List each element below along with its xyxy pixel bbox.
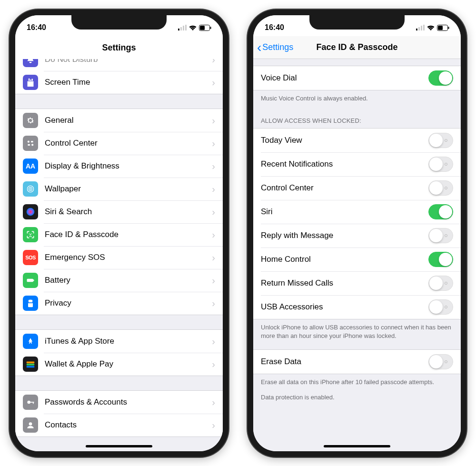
svg-rect-1	[180, 27, 182, 30]
settings-row-faceid[interactable]: Face ID & Passcode›	[15, 223, 223, 246]
battery-icon	[199, 25, 211, 31]
row-label: Privacy	[45, 298, 212, 308]
svg-rect-9	[31, 141, 33, 142]
settings-row-wallpaper[interactable]: Wallpaper›	[15, 178, 223, 200]
allow-row-today-view: Today View	[253, 129, 461, 152]
home-indicator[interactable]	[86, 445, 152, 447]
chevron-right-icon: ›	[212, 229, 215, 240]
chevron-right-icon: ›	[212, 184, 215, 195]
chevron-right-icon: ›	[212, 115, 215, 126]
passwords-icon	[23, 395, 38, 410]
settings-row-appstore[interactable]: iTunes & App Store›	[15, 330, 223, 353]
control-icon	[23, 136, 38, 151]
chevron-right-icon: ›	[212, 252, 215, 263]
settings-row-control[interactable]: Control Center›	[15, 132, 223, 155]
allow-row-home-control: Home Control	[253, 248, 461, 271]
settings-row-contacts[interactable]: Contacts›	[15, 414, 223, 436]
row-label: Control Center	[45, 139, 212, 148]
svg-point-14	[30, 188, 31, 190]
wallpaper-icon	[23, 181, 38, 197]
chevron-right-icon: ›	[212, 161, 215, 172]
settings-list[interactable]: Do Not Disturb›Screen Time›General›Contr…	[15, 59, 223, 451]
toggle-switch[interactable]	[428, 180, 453, 196]
chevron-right-icon: ›	[212, 420, 215, 431]
svg-rect-28	[418, 27, 420, 30]
svg-point-17	[31, 234, 32, 235]
settings-row-display[interactable]: AADisplay & Brightness›	[15, 155, 223, 178]
group-footer: Erase all data on this iPhone after 10 f…	[253, 374, 461, 388]
row-label: Siri	[261, 207, 428, 217]
settings-row-sos[interactable]: SOSEmergency SOS›	[15, 246, 223, 269]
svg-point-16	[29, 234, 30, 235]
settings-row-privacy[interactable]: Privacy›	[15, 292, 223, 315]
svg-rect-2	[183, 26, 184, 30]
row-label: Reply with Message	[261, 231, 428, 240]
toggle-switch[interactable]	[428, 252, 453, 267]
screen-right: 16:40 ‹ Settings Face ID & Passcode Voic…	[253, 15, 461, 451]
toggle-switch[interactable]	[428, 204, 453, 219]
settings-row-passwords[interactable]: Passwords & Accounts›	[15, 391, 223, 414]
row-label: Home Control	[261, 255, 428, 264]
row-label: Recent Notifications	[261, 159, 428, 169]
toggle-switch[interactable]	[428, 157, 453, 172]
row-label: Return Missed Calls	[261, 278, 428, 288]
toggle-switch[interactable]	[428, 354, 453, 369]
cell-signal-icon	[178, 25, 187, 30]
settings-row-screentime[interactable]: Screen Time›	[15, 71, 223, 94]
group-footer: Unlock iPhone to allow USB accessories t…	[253, 319, 461, 342]
group-footer: Data protection is enabled.	[253, 388, 461, 404]
svg-rect-33	[448, 27, 449, 29]
allow-row-reply-with-message: Reply with Message	[253, 224, 461, 248]
row-label: Face ID & Passcode	[45, 230, 212, 239]
notch	[309, 15, 405, 30]
faceid-icon	[23, 227, 38, 242]
display-icon: AA	[23, 159, 38, 174]
chevron-right-icon: ›	[212, 207, 215, 218]
dnd-icon	[23, 59, 38, 67]
svg-rect-21	[27, 364, 35, 366]
toggle-switch[interactable]	[428, 299, 453, 315]
chevron-right-icon: ›	[212, 359, 215, 370]
settings-row-general[interactable]: General›	[15, 109, 223, 132]
phone-left: 16:40 Settings Do Not Disturb›Screen Tim…	[10, 10, 228, 457]
toggle-switch[interactable]	[428, 276, 453, 291]
faceid-settings-list[interactable]: Voice DialMusic Voice Control is always …	[253, 59, 461, 451]
svg-rect-10	[28, 144, 30, 146]
status-icons	[416, 25, 449, 31]
allow-row-control-center: Control Center	[253, 176, 461, 200]
svg-rect-0	[178, 29, 179, 30]
back-label: Settings	[262, 42, 293, 52]
page-title: Face ID & Passcode	[316, 42, 397, 52]
back-button[interactable]: ‹ Settings	[257, 41, 293, 54]
svg-rect-29	[421, 26, 422, 30]
erase-data-row: Erase Data	[253, 350, 461, 374]
toggle-switch[interactable]	[428, 70, 453, 86]
contacts-icon	[23, 417, 38, 433]
svg-point-11	[31, 144, 33, 146]
chevron-right-icon: ›	[212, 298, 215, 309]
settings-row-wallet[interactable]: Wallet & Apple Pay›	[15, 353, 223, 376]
toggle-switch[interactable]	[428, 133, 453, 148]
battery-icon	[437, 25, 449, 31]
svg-point-23	[27, 401, 30, 404]
allow-row-return-missed-calls: Return Missed Calls	[253, 271, 461, 295]
home-indicator[interactable]	[324, 445, 390, 447]
svg-point-15	[27, 208, 35, 216]
voice-dial-row: Voice Dial	[253, 66, 461, 90]
settings-row-dnd[interactable]: Do Not Disturb›	[15, 59, 223, 71]
row-label: Voice Dial	[261, 73, 428, 83]
status-icons	[178, 25, 211, 31]
row-label: Control Center	[261, 183, 428, 193]
group-header: ALLOW ACCESS WHEN LOCKED:	[253, 113, 461, 128]
settings-row-battery[interactable]: Battery›	[15, 269, 223, 292]
chevron-right-icon: ›	[212, 77, 215, 88]
status-time: 16:40	[265, 23, 284, 32]
toggle-switch[interactable]	[428, 228, 453, 243]
svg-point-8	[28, 141, 30, 143]
settings-row-siri[interactable]: Siri & Search›	[15, 200, 223, 223]
wifi-icon	[426, 25, 435, 31]
svg-rect-27	[416, 29, 417, 30]
cell-signal-icon	[416, 25, 425, 30]
row-label: Passwords & Accounts	[45, 397, 212, 407]
row-label: Do Not Disturb	[45, 59, 212, 64]
